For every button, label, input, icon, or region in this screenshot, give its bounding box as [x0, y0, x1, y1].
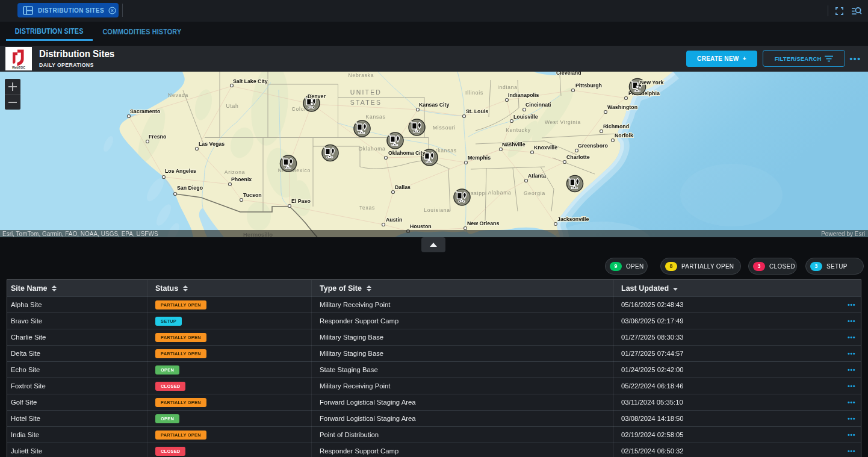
svg-text:Oklahoma City: Oklahoma City [388, 150, 426, 156]
svg-text:Jacksonville: Jacksonville [557, 216, 589, 222]
svg-text:Norfolk: Norfolk [615, 132, 633, 138]
svg-text:Los Angeles: Los Angeles [165, 168, 196, 174]
svg-text:Louisiana: Louisiana [424, 207, 450, 213]
svg-text:Utah: Utah [226, 103, 238, 109]
svg-text:Louisville: Louisville [513, 114, 538, 120]
svg-text:Illinois: Illinois [465, 90, 483, 96]
svg-text:Nebraska: Nebraska [349, 72, 374, 78]
svg-text:UNITED: UNITED [350, 89, 382, 96]
svg-text:Las Vegas: Las Vegas [199, 141, 225, 147]
svg-text:Pittsburgh: Pittsburgh [575, 82, 602, 89]
svg-text:Washington: Washington [607, 104, 637, 110]
svg-text:Memphis: Memphis [468, 155, 491, 161]
svg-text:Fresno: Fresno [149, 134, 167, 140]
svg-text:Phoenix: Phoenix [231, 176, 252, 182]
svg-text:Dallas: Dallas [395, 184, 411, 190]
svg-text:WebEOC: WebEOC [12, 66, 25, 69]
svg-text:Salt Lake City: Salt Lake City [233, 78, 268, 84]
svg-text:Nevada: Nevada [168, 92, 188, 98]
svg-text:New Orleans: New Orleans [467, 220, 499, 226]
svg-text:Houston: Houston [410, 223, 432, 229]
svg-text:Atlanta: Atlanta [528, 173, 546, 179]
svg-text:Missouri: Missouri [433, 125, 456, 131]
svg-text:Hermosillo: Hermosillo [243, 231, 273, 238]
svg-text:El Paso: El Paso [291, 198, 311, 204]
svg-text:Charlotte: Charlotte [566, 154, 590, 160]
svg-text:Richmond: Richmond [603, 123, 629, 129]
svg-text:Austin: Austin [386, 217, 402, 223]
svg-text:Indianapolis: Indianapolis [508, 92, 539, 98]
svg-text:Nashville: Nashville [502, 141, 525, 148]
svg-text:Powered by Esri: Powered by Esri [821, 231, 865, 237]
svg-text:Denver: Denver [308, 93, 326, 99]
svg-text:Texas: Texas [359, 205, 375, 211]
svg-text:Sacramento: Sacramento [130, 108, 161, 114]
svg-text:Esri, TomTom, Garmin, FAO, NOA: Esri, TomTom, Garmin, FAO, NOAA, USGS, E… [2, 231, 158, 237]
svg-text:Kansas: Kansas [365, 114, 385, 120]
svg-text:Kentucky: Kentucky [506, 127, 530, 133]
svg-text:Greensboro: Greensboro [578, 143, 608, 149]
svg-text:Cleveland: Cleveland [556, 72, 581, 76]
svg-text:STATES: STATES [350, 99, 382, 106]
svg-text:Tucson: Tucson [243, 192, 262, 198]
svg-text:New York: New York [640, 79, 663, 85]
svg-text:Knoxville: Knoxville [534, 145, 557, 151]
svg-text:Arizona: Arizona [225, 169, 245, 175]
svg-text:St. Louis: St. Louis [466, 108, 488, 114]
svg-text:Georgia: Georgia [524, 190, 545, 196]
svg-text:Alabama: Alabama [488, 190, 511, 196]
svg-text:Cincinnati: Cincinnati [525, 102, 551, 108]
svg-text:Indiana: Indiana [497, 84, 518, 90]
svg-text:Oklahoma: Oklahoma [358, 146, 385, 152]
svg-text:San Diego: San Diego [177, 185, 203, 191]
svg-text:West Virginia: West Virginia [545, 119, 581, 125]
svg-text:Kansas City: Kansas City [419, 102, 449, 108]
